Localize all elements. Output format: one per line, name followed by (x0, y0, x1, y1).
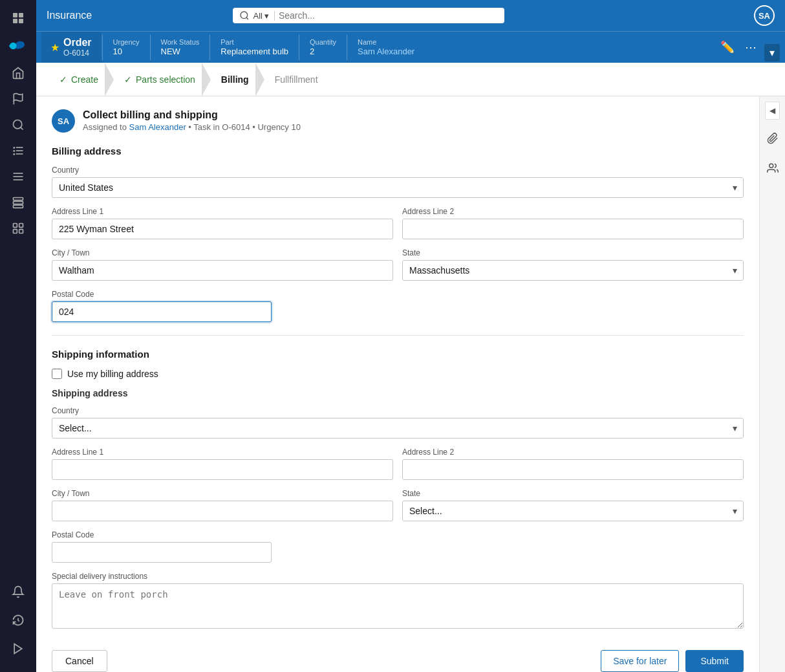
step-parts[interactable]: ✓ Parts selection (111, 74, 208, 85)
meta-name: Name Sam Alexander (347, 34, 425, 60)
shipping-address1-input[interactable] (52, 459, 393, 480)
shipping-address2-group: Address Line 2 (402, 448, 744, 480)
work-status-badge: NEW (161, 47, 180, 56)
sidebar-item-list1[interactable] (5, 138, 31, 164)
order-label: Order (63, 37, 92, 49)
meta-work-status: Work Status NEW (150, 34, 210, 60)
step-parts-check: ✓ (124, 74, 132, 85)
delivery-instructions-label: Special delivery instructions (52, 572, 744, 581)
shipping-city-label: City / Town (52, 489, 393, 498)
form-footer: Cancel Save for later Submit (52, 640, 744, 672)
shipping-address2-label: Address Line 2 (402, 448, 744, 457)
billing-state-group: State Massachusetts California New York … (402, 248, 744, 281)
grid-icon[interactable] (5, 5, 31, 34)
panel-user-icon[interactable] (762, 157, 784, 182)
order-id: O-6014 (63, 49, 92, 58)
step-create[interactable]: ✓ Create (47, 74, 111, 85)
sidebar-item-explore[interactable] (5, 112, 31, 138)
step-fulfillment[interactable]: Fullfillment (262, 74, 331, 85)
svg-point-24 (241, 12, 248, 19)
edit-button[interactable]: ✏️ (718, 38, 737, 57)
sidebar-item-home[interactable] (5, 60, 31, 86)
shipping-section-heading: Shipping information (52, 349, 744, 360)
work-status-label: Work Status (161, 38, 200, 46)
step-create-check: ✓ (59, 74, 67, 85)
sidebar-item-list4[interactable] (5, 215, 31, 241)
name-link[interactable]: Sam Alexander (358, 47, 414, 56)
billing-city-label: City / Town (52, 248, 393, 257)
billing-city-state-row: City / Town State Massachusetts Californ… (52, 248, 744, 281)
sidebar-play[interactable] (5, 636, 31, 662)
delivery-instructions-input[interactable] (52, 583, 744, 629)
order-info: Order O-6014 (63, 37, 92, 58)
name-value: Sam Alexander (358, 47, 414, 56)
billing-postal-group: Postal Code (52, 290, 272, 322)
svg-rect-17 (14, 201, 23, 204)
part-label: Part (220, 38, 288, 46)
submit-button[interactable]: Submit (685, 650, 744, 672)
svg-line-25 (246, 17, 248, 19)
delivery-instructions-group: Special delivery instructions (52, 572, 744, 631)
shipping-country-select[interactable]: Select... United States Canada United Ki… (52, 418, 744, 439)
save-button[interactable]: Save for later (601, 650, 679, 672)
shipping-city-state-row: City / Town State Select... Massachusett… (52, 489, 744, 521)
step-billing-label: Billing (221, 74, 249, 85)
shipping-address1-label: Address Line 1 (52, 448, 393, 457)
billing-address2-label: Address Line 2 (402, 207, 744, 216)
task-info: Collect billing and shipping Assigned to… (83, 109, 301, 132)
svg-rect-16 (14, 198, 23, 201)
shipping-state-select[interactable]: Select... Massachusetts California New Y… (402, 501, 744, 521)
shipping-postal-input[interactable] (52, 542, 272, 563)
use-billing-label[interactable]: Use my billing address (67, 369, 158, 379)
sidebar-item-list3[interactable] (5, 190, 31, 215)
search-bar[interactable]: All ▾ (233, 8, 504, 23)
use-billing-checkbox[interactable] (52, 369, 62, 379)
sidebar-item-flag[interactable] (5, 86, 31, 112)
order-tab[interactable]: ★ Order O-6014 (41, 32, 101, 63)
progress-bar: ✓ Create ✓ Parts selection Billing Fullf… (36, 63, 785, 96)
shipping-city-input[interactable] (52, 501, 393, 521)
sidebar-history[interactable] (5, 607, 31, 633)
billing-address2-input[interactable] (402, 219, 744, 239)
billing-state-select[interactable]: Massachusetts California New York Texas (402, 260, 744, 281)
search-filter[interactable]: All ▾ (253, 11, 275, 21)
pega-logo (4, 34, 32, 58)
billing-country-label: Country (52, 166, 744, 175)
order-dropdown-button[interactable]: ▾ (764, 44, 780, 61)
sidebar-item-list2[interactable] (5, 164, 31, 190)
cancel-button[interactable]: Cancel (52, 650, 107, 672)
order-meta: Urgency 10 Work Status NEW Part Replacem… (102, 32, 713, 63)
shipping-address2-input[interactable] (402, 459, 744, 480)
step-parts-label: Parts selection (136, 74, 195, 85)
billing-postal-input[interactable] (52, 301, 272, 322)
panel-attachment-icon[interactable] (762, 127, 784, 152)
shipping-country-select-wrapper: Select... United States Canada United Ki… (52, 418, 744, 439)
more-button[interactable]: ⋯ (742, 38, 759, 57)
panel-collapse-button[interactable]: ◀ (765, 102, 780, 120)
billing-city-input[interactable] (52, 260, 393, 281)
shipping-state-label: State (402, 489, 744, 498)
order-header-actions: ✏️ ⋯ (713, 32, 764, 63)
quantity-value: 2 (310, 47, 336, 56)
billing-postal-label: Postal Code (52, 290, 272, 299)
part-value: Replacement bulb (220, 47, 288, 56)
shipping-address-heading: Shipping address (52, 388, 744, 398)
step-create-label: Create (71, 74, 98, 85)
billing-city-group: City / Town (52, 248, 393, 281)
search-filter-label: All (253, 11, 263, 21)
order-header: ★ Order O-6014 Urgency 10 Work Status NE… (36, 31, 785, 63)
billing-country-select[interactable]: United States Canada United Kingdom (52, 177, 744, 198)
sidebar-bottom (5, 579, 31, 667)
sidebar-notifications[interactable] (5, 579, 31, 605)
user-avatar[interactable]: SA (754, 5, 775, 26)
svg-point-5 (14, 120, 22, 129)
shipping-country-group: Country Select... United States Canada U… (52, 406, 744, 439)
billing-address1-input[interactable] (52, 219, 393, 239)
assignee-link[interactable]: Sam Alexander (129, 122, 186, 132)
use-billing-checkbox-group: Use my billing address (52, 369, 744, 379)
shipping-country-label: Country (52, 406, 744, 415)
billing-state-label: State (402, 248, 744, 257)
search-input[interactable] (279, 10, 498, 21)
step-billing[interactable]: Billing (208, 74, 262, 85)
urgency-label: Urgency (113, 38, 140, 46)
